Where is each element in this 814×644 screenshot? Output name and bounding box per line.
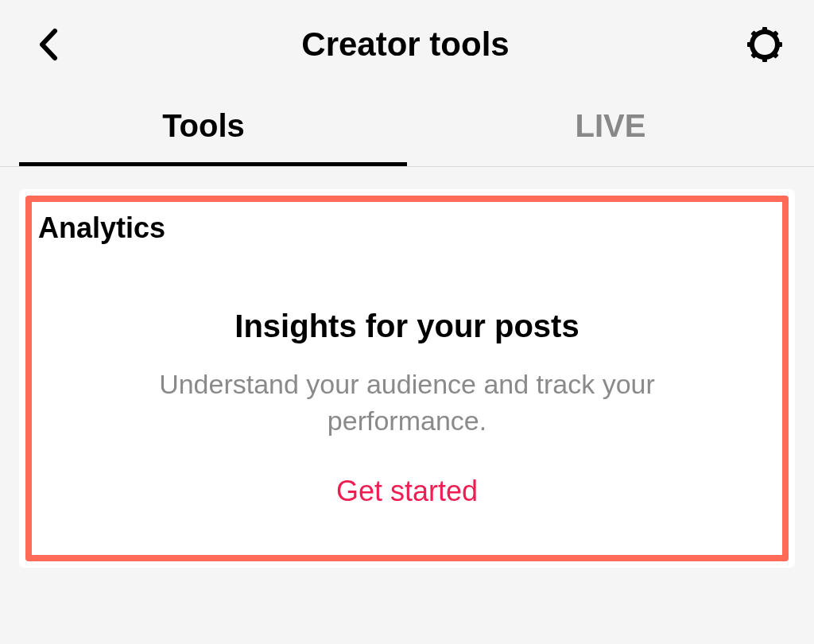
gear-icon <box>747 27 782 62</box>
svg-rect-2 <box>762 56 767 62</box>
get-started-link[interactable]: Get started <box>336 475 478 508</box>
analytics-section-label: Analytics <box>38 211 776 245</box>
svg-rect-4 <box>747 42 754 47</box>
analytics-description: Understand your audience and track your … <box>81 367 733 440</box>
back-button[interactable] <box>32 29 64 60</box>
header: Creator tools <box>0 0 814 89</box>
chevron-left-icon <box>37 28 58 61</box>
analytics-highlight-box: Analytics Insights for your posts Unders… <box>25 196 789 561</box>
svg-rect-1 <box>762 27 767 33</box>
analytics-headline: Insights for your posts <box>235 308 579 344</box>
analytics-card: Analytics Insights for your posts Unders… <box>19 189 795 568</box>
svg-rect-3 <box>776 42 782 47</box>
page-title: Creator tools <box>301 25 509 64</box>
tabs: Tools LIVE <box>0 89 814 167</box>
settings-button[interactable] <box>747 27 782 62</box>
tab-tools[interactable]: Tools <box>0 89 407 166</box>
content-area: Analytics Insights for your posts Unders… <box>0 167 814 587</box>
analytics-card-body: Insights for your posts Understand your … <box>38 308 776 533</box>
tab-live[interactable]: LIVE <box>407 89 814 166</box>
